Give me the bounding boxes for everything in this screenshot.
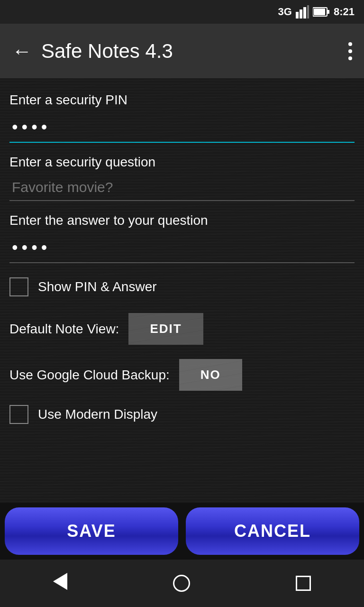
question-section: Enter a security question [9, 155, 355, 213]
cloud-backup-label: Use Google Cloud Backup: [9, 368, 170, 383]
show-pin-checkbox[interactable] [9, 277, 28, 296]
svg-rect-5 [327, 10, 329, 14]
time-display: 8:21 [334, 6, 355, 18]
default-note-button[interactable]: EDIT [128, 313, 203, 345]
modern-display-row: Use Modern Display [9, 405, 355, 424]
main-content: Enter a security PIN Enter a security qu… [0, 78, 364, 503]
battery-icon [313, 7, 330, 17]
nav-back-icon [53, 573, 67, 590]
cloud-backup-row: Use Google Cloud Backup: NO [9, 359, 355, 391]
pin-label: Enter a security PIN [9, 92, 355, 108]
pin-input[interactable] [9, 112, 355, 143]
app-title: Safe Notes 4.3 [41, 40, 339, 63]
svg-rect-1 [300, 9, 302, 18]
default-note-label: Default Note View: [9, 322, 119, 337]
answer-label: Enter the answer to your question [9, 213, 355, 228]
svg-rect-2 [303, 7, 306, 18]
answer-input[interactable] [9, 233, 355, 263]
nav-home-button[interactable] [173, 575, 190, 592]
question-input[interactable] [9, 175, 355, 201]
question-label: Enter a security question [9, 155, 355, 170]
svg-rect-6 [314, 9, 325, 15]
default-note-row: Default Note View: EDIT [9, 313, 355, 345]
signal-icon [296, 5, 309, 18]
back-button[interactable]: ← [12, 41, 32, 61]
cancel-button[interactable]: CANCEL [186, 507, 359, 555]
status-icons: 3G 8:21 [278, 5, 355, 18]
more-dot-2 [348, 49, 352, 53]
nav-recents-icon [296, 576, 311, 591]
show-pin-label: Show PIN & Answer [38, 279, 157, 294]
app-bar: ← Safe Notes 4.3 [0, 24, 364, 78]
svg-rect-0 [296, 12, 299, 18]
more-menu-button[interactable] [348, 42, 352, 60]
cloud-backup-button[interactable]: NO [179, 359, 242, 391]
nav-back-button[interactable] [53, 573, 67, 594]
modern-display-checkbox[interactable] [9, 405, 28, 424]
status-bar: 3G 8:21 [0, 0, 364, 24]
nav-bar [0, 560, 364, 607]
nav-home-icon [173, 575, 190, 592]
more-dot-1 [348, 42, 352, 46]
nav-recents-button[interactable] [296, 576, 311, 591]
svg-rect-3 [307, 5, 309, 18]
modern-display-label: Use Modern Display [38, 407, 157, 422]
more-dot-3 [348, 56, 352, 60]
answer-section: Enter the answer to your question [9, 213, 355, 273]
signal-indicator: 3G [278, 6, 292, 18]
action-buttons-container: SAVE CANCEL [0, 503, 364, 560]
show-pin-row: Show PIN & Answer [9, 277, 355, 296]
pin-section: Enter a security PIN [9, 92, 355, 155]
save-button[interactable]: SAVE [5, 507, 178, 555]
